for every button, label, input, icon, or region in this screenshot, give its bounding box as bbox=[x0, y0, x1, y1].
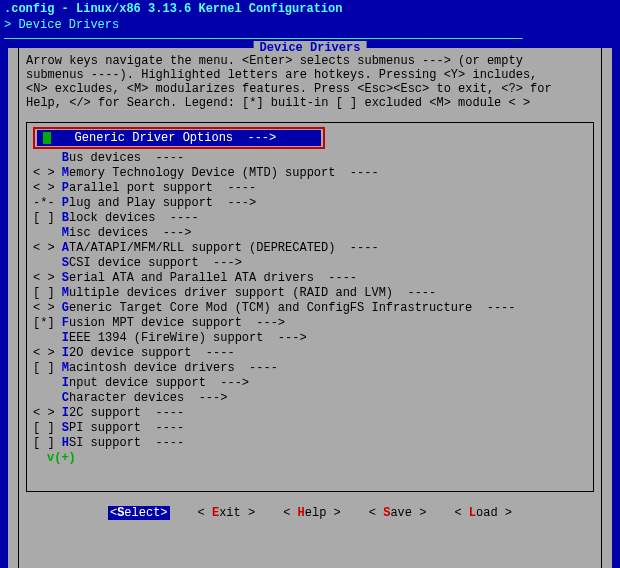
selection-marker-icon bbox=[43, 132, 51, 144]
menu-item[interactable]: -*- Plug and Play support ---> bbox=[33, 196, 587, 211]
menu-item[interactable]: IEEE 1394 (FireWire) support ---> bbox=[33, 331, 587, 346]
menu-item[interactable]: < > Generic Target Core Mod (TCM) and Co… bbox=[33, 301, 587, 316]
button-bar: <Select>< Exit >< Help >< Save >< Load > bbox=[8, 506, 612, 520]
more-indicator: v(+) bbox=[47, 451, 587, 465]
menu-item[interactable]: < > Memory Technology Device (MTD) suppo… bbox=[33, 166, 587, 181]
menu-item[interactable]: < > I2O device support ---- bbox=[33, 346, 587, 361]
menu-item[interactable]: < > I2C support ---- bbox=[33, 406, 587, 421]
panel: Device Drivers Arrow keys navigate the m… bbox=[8, 48, 612, 568]
menu-item[interactable]: SCSI device support ---> bbox=[33, 256, 587, 271]
help-button[interactable]: < Help > bbox=[283, 506, 341, 520]
select-button[interactable]: <Select> bbox=[108, 506, 170, 520]
exit-button[interactable]: < Exit > bbox=[198, 506, 256, 520]
menu-item[interactable]: Bus devices ---- bbox=[33, 151, 587, 166]
menu-item[interactable]: < > Serial ATA and Parallel ATA drivers … bbox=[33, 271, 587, 286]
menu-item[interactable]: < > Parallel port support ---- bbox=[33, 181, 587, 196]
menu-item[interactable]: [ ] HSI support ---- bbox=[33, 436, 587, 451]
menu-item[interactable]: [ ] Block devices ---- bbox=[33, 211, 587, 226]
help-text: Arrow keys navigate the menu. <Enter> se… bbox=[8, 48, 612, 118]
menu-list[interactable]: Generic Driver Options ---> Bus devices … bbox=[26, 122, 594, 492]
menu-item[interactable]: < > ATA/ATAPI/MFM/RLL support (DEPRECATE… bbox=[33, 241, 587, 256]
menu-item[interactable]: Input device support ---> bbox=[33, 376, 587, 391]
load-button[interactable]: < Load > bbox=[454, 506, 512, 520]
save-button[interactable]: < Save > bbox=[369, 506, 427, 520]
window-title: .config - Linux/x86 3.13.6 Kernel Config… bbox=[0, 0, 620, 18]
menu-item[interactable]: Character devices ---> bbox=[33, 391, 587, 406]
menu-item[interactable]: [ ] Macintosh device drivers ---- bbox=[33, 361, 587, 376]
menu-item[interactable]: Misc devices ---> bbox=[33, 226, 587, 241]
panel-title: Device Drivers bbox=[254, 41, 367, 55]
menu-item[interactable]: [ ] Multiple devices driver support (RAI… bbox=[33, 286, 587, 301]
menu-item-selected[interactable]: Generic Driver Options ---> bbox=[33, 127, 325, 149]
menu-item[interactable]: [ ] SPI support ---- bbox=[33, 421, 587, 436]
menu-item[interactable]: [*] Fusion MPT device support ---> bbox=[33, 316, 587, 331]
terminal-screen: .config - Linux/x86 3.13.6 Kernel Config… bbox=[0, 0, 620, 568]
